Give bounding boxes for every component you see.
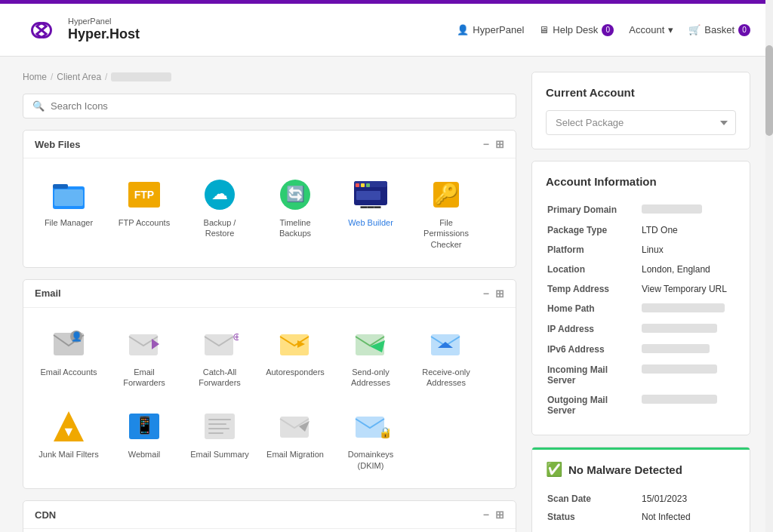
nav-basket[interactable]: 🛒 Basket 0 <box>688 24 750 36</box>
tile-catchall-label: Catch-All Forwarders <box>189 367 250 389</box>
search-box: 🔍 <box>23 94 516 118</box>
tile-timeline-label: Timeline Backups <box>265 217 325 239</box>
header: HyperPanel Hyper.Host 👤 HyperPanel 🖥 Hel… <box>0 4 773 57</box>
malware-status-label: Status <box>547 509 640 525</box>
tile-permissions-label: File Permissions Checker <box>416 217 476 250</box>
section-web-files: Web Files − ⊞ File Manager FTP F <box>23 130 516 268</box>
svg-rect-37 <box>208 423 226 425</box>
malware-info-table: Scan Date 15/01/2023 Status Not Infected <box>546 489 736 527</box>
tile-email-forwarders-label: Email Forwarders <box>114 367 174 389</box>
logo-text: HyperPanel Hyper.Host <box>68 17 140 43</box>
tile-receive-only[interactable]: Receive-only Addresses <box>412 319 480 395</box>
scrollbar[interactable] <box>765 0 773 532</box>
info-row-location: Location London, England <box>547 260 735 278</box>
section-email-content: 👤 Email Accounts Email Forwarders ⊕ Catc… <box>23 308 516 488</box>
breadcrumb-client-area[interactable]: Client Area <box>57 72 101 82</box>
svg-text:FTP: FTP <box>134 189 154 201</box>
tile-autoresponders-label: Autoresponders <box>266 367 325 377</box>
nav-account[interactable]: Account ▾ <box>629 24 673 35</box>
tile-webbuilder[interactable]: ▬▬▬ Web Builder <box>337 170 405 256</box>
info-label-domain: Primary Domain <box>547 201 640 220</box>
email-accounts-icon: 👤 <box>50 325 88 363</box>
catchall-icon: ⊕ <box>201 325 239 363</box>
domainkeys-icon: 🔐 <box>352 407 390 445</box>
email-minimize-icon[interactable]: − <box>483 288 489 300</box>
tile-email-forwarders[interactable]: Email Forwarders <box>110 319 178 395</box>
info-row-temp: Temp Address View Temporary URL <box>547 280 735 298</box>
malware-scan-date-row: Scan Date 15/01/2023 <box>547 490 735 507</box>
autoresponders-icon <box>276 325 314 363</box>
breadcrumb-sep2: / <box>105 72 107 82</box>
send-only-icon <box>352 325 390 363</box>
nav-links: 👤 HyperPanel 🖥 Help Desk 0 Account ▾ 🛒 B… <box>457 24 750 36</box>
breadcrumb-home[interactable]: Home <box>23 72 47 82</box>
info-row-domain: Primary Domain <box>547 201 735 220</box>
svg-text:▼: ▼ <box>62 424 75 439</box>
svg-rect-35 <box>205 414 235 439</box>
info-value-location: London, England <box>642 260 735 278</box>
expand-icon[interactable]: ⊞ <box>495 138 504 150</box>
info-value-temp[interactable]: View Temporary URL <box>642 280 735 298</box>
info-row-ip: IP Address <box>547 320 735 339</box>
nav-hyperpanel[interactable]: 👤 HyperPanel <box>457 24 524 35</box>
nav-helpdesk[interactable]: 🖥 Help Desk 0 <box>539 24 614 36</box>
tile-junk-label: Junk Mail Filters <box>38 449 98 460</box>
monitor-icon: 🖥 <box>539 24 549 35</box>
tile-permissions[interactable]: 🔑 File Permissions Checker <box>412 170 480 256</box>
permissions-icon: 🔑 <box>427 176 465 214</box>
email-expand-icon[interactable]: ⊞ <box>495 288 504 300</box>
tile-email-migration-label: Email Migration <box>266 449 324 460</box>
info-row-platform: Platform Linux <box>547 241 735 259</box>
minimize-icon[interactable]: − <box>483 138 489 150</box>
search-input[interactable] <box>51 100 507 112</box>
malware-header: ✅ No Malware Detected <box>546 461 736 478</box>
tile-file-manager[interactable]: File Manager <box>35 170 103 256</box>
info-label-package: Package Type <box>547 221 640 239</box>
svg-rect-14 <box>356 191 380 200</box>
scroll-thumb[interactable] <box>765 45 773 136</box>
tile-ftp[interactable]: FTP FTP Accounts <box>110 170 178 256</box>
svg-rect-39 <box>208 432 223 434</box>
cdn-minimize-icon[interactable]: − <box>483 509 489 521</box>
breadcrumb-current <box>111 72 171 81</box>
tile-email-migration[interactable]: Email Migration <box>261 401 329 477</box>
svg-text:🔐: 🔐 <box>380 426 390 439</box>
info-label-outgoing: Outgoing Mail Server <box>547 391 640 420</box>
svg-text:▬▬▬: ▬▬▬ <box>361 202 381 210</box>
tile-email-summary[interactable]: Email Summary <box>186 401 254 477</box>
breadcrumb-sep1: / <box>51 72 53 82</box>
tile-send-only[interactable]: Send-only Addresses <box>337 319 405 395</box>
tile-domainkeys[interactable]: 🔐 Domainkeys (DKIM) <box>337 401 405 477</box>
svg-text:📱: 📱 <box>134 415 156 435</box>
domain-blurred <box>642 204 702 214</box>
info-row-package: Package Type LTD One <box>547 221 735 239</box>
tile-autoresponders[interactable]: Autoresponders <box>261 319 329 395</box>
logo[interactable]: HyperPanel Hyper.Host <box>23 15 140 45</box>
timeline-icon: 🔄 <box>276 176 314 214</box>
info-value-ip <box>642 320 735 339</box>
info-row-homepath: Home Path <box>547 300 735 318</box>
tile-backup[interactable]: ☁ Backup / Restore <box>186 170 254 256</box>
account-info-table: Primary Domain Package Type LTD One Plat… <box>546 199 736 421</box>
info-label-ipv6: IPv6 Address <box>547 340 640 359</box>
left-column: Home / Client Area / 🔍 Web Files − ⊞ <box>23 72 516 532</box>
email-migration-icon <box>276 407 314 445</box>
tile-webmail[interactable]: 📱 Webmail <box>110 401 178 477</box>
cdn-expand-icon[interactable]: ⊞ <box>495 509 504 521</box>
nav-basket-label: Basket <box>704 24 735 35</box>
info-value-domain <box>642 201 735 220</box>
tile-ftp-label: FTP Accounts <box>119 217 170 228</box>
tile-email-accounts-label: Email Accounts <box>40 367 97 377</box>
tile-timeline[interactable]: 🔄 Timeline Backups <box>261 170 329 256</box>
malware-status-value: Not Infected <box>642 509 735 525</box>
tile-junk[interactable]: ▼ Junk Mail Filters <box>35 401 103 477</box>
section-web-files-content: File Manager FTP FTP Accounts ☁ Backup /… <box>23 158 516 267</box>
info-label-location: Location <box>547 260 640 278</box>
tile-email-accounts[interactable]: 👤 Email Accounts <box>35 319 103 395</box>
select-package-dropdown[interactable]: Select Package <box>546 110 736 135</box>
section-email-header: Email − ⊞ <box>23 280 516 308</box>
receive-only-icon <box>427 325 465 363</box>
tile-send-only-label: Send-only Addresses <box>340 367 401 389</box>
section-email-actions: − ⊞ <box>483 288 504 300</box>
tile-catchall[interactable]: ⊕ Catch-All Forwarders <box>186 319 254 395</box>
